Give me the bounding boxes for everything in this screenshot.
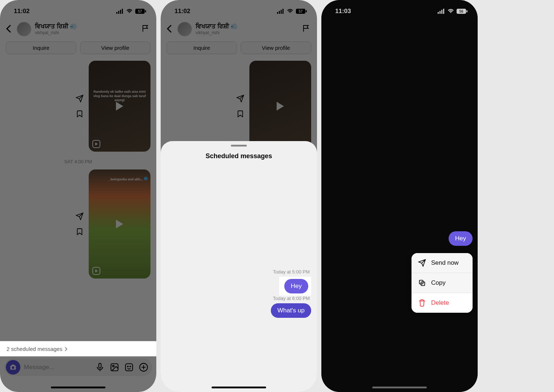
status-time: 11:03 xyxy=(335,8,351,15)
avatar[interactable] xyxy=(17,22,31,36)
status-time: 11:02 xyxy=(14,8,29,15)
back-icon[interactable] xyxy=(4,23,13,35)
reel-caption-2: _beingsuku and abh... xyxy=(109,177,143,181)
selected-message-bubble[interactable]: Hey xyxy=(449,231,473,246)
cellular-icon xyxy=(438,9,445,14)
svg-rect-0 xyxy=(116,12,117,14)
inquire-button[interactable]: Inquire xyxy=(6,41,76,54)
svg-rect-23 xyxy=(441,10,442,14)
plus-icon[interactable] xyxy=(139,363,148,372)
svg-point-12 xyxy=(130,366,131,367)
wind-emoji: 💨 xyxy=(230,23,238,29)
scheduled-banner-label: 2 scheduled messages xyxy=(7,346,62,352)
svg-rect-4 xyxy=(135,9,145,14)
scheduled-messages-sheet[interactable]: Scheduled messages Today at 5:00 PM Hey … xyxy=(161,141,317,392)
svg-rect-26 xyxy=(466,10,467,12)
svg-rect-21 xyxy=(438,12,439,14)
action-buttons: Inquire View profile xyxy=(161,39,317,56)
share-icon xyxy=(236,95,244,103)
send-now-label: Send now xyxy=(431,259,459,267)
username: vikhyat_rishi xyxy=(35,30,137,35)
reels-badge-icon xyxy=(92,140,100,148)
play-icon xyxy=(116,102,123,111)
delete-option[interactable]: Delete xyxy=(412,293,473,313)
home-indicator[interactable] xyxy=(51,387,105,388)
chat-header: ਵਿਖਯਾਤ ਰਿਸ਼ੀ 💨 vikhyat_rishi xyxy=(161,18,317,39)
battery-icon: 56 xyxy=(457,9,467,14)
message-input-bar: Message... xyxy=(4,359,152,376)
delete-label: Delete xyxy=(431,299,449,307)
svg-point-9 xyxy=(113,365,114,367)
image-icon[interactable] xyxy=(110,363,119,372)
scheduled-time-1: Today at 5:00 PM xyxy=(166,269,310,275)
action-buttons: Inquire View profile xyxy=(0,39,156,56)
back-icon[interactable] xyxy=(164,23,174,35)
message-input[interactable]: Message... xyxy=(24,364,92,371)
svg-text:57: 57 xyxy=(298,9,303,13)
view-profile-button[interactable]: View profile xyxy=(80,41,150,54)
svg-rect-7 xyxy=(99,363,101,368)
message-reel-2[interactable]: _beingsuku and abh... xyxy=(6,169,150,279)
scheduled-messages-banner[interactable]: 2 scheduled messages xyxy=(0,341,156,356)
send-now-option[interactable]: Send now xyxy=(412,253,473,273)
trash-icon xyxy=(418,299,426,307)
bookmark-icon xyxy=(236,110,244,118)
message-reel-1[interactable]: Randomly ek ladke sath aisa mini vlog ba… xyxy=(6,61,150,152)
copy-option[interactable]: Copy xyxy=(412,273,473,293)
svg-point-11 xyxy=(128,366,128,367)
chevron-right-icon xyxy=(64,347,67,351)
svg-rect-16 xyxy=(281,10,282,14)
battery-icon: 57 xyxy=(296,9,307,14)
scheduled-message-2[interactable]: What's up xyxy=(271,303,311,318)
mic-icon[interactable] xyxy=(95,363,105,372)
home-indicator[interactable] xyxy=(212,387,266,388)
wifi-icon xyxy=(287,9,293,14)
scheduled-message-1-highlight: Hey xyxy=(279,277,311,296)
scheduled-time-2: Today at 6:00 PM xyxy=(166,296,310,301)
svg-point-6 xyxy=(12,366,14,369)
svg-rect-14 xyxy=(277,12,278,14)
svg-rect-17 xyxy=(282,9,284,14)
sheet-handle[interactable] xyxy=(231,145,247,147)
inquire-button[interactable]: Inquire xyxy=(166,41,237,54)
status-time: 11:02 xyxy=(174,8,190,15)
share-icon[interactable] xyxy=(76,95,84,103)
svg-rect-18 xyxy=(296,9,305,14)
svg-rect-2 xyxy=(120,10,121,14)
bookmark-icon[interactable] xyxy=(76,110,84,118)
reels-badge-icon xyxy=(92,267,100,275)
wind-emoji: 💨 xyxy=(70,23,77,29)
flag-icon[interactable] xyxy=(141,24,150,34)
bookmark-icon[interactable] xyxy=(76,228,84,236)
wifi-icon xyxy=(447,9,454,14)
header-names[interactable]: ਵਿਖਯਾਤ ਰਿਸ਼ੀ 💨 vikhyat_rishi xyxy=(35,23,137,35)
svg-rect-24 xyxy=(443,9,444,14)
cellular-icon xyxy=(277,9,284,14)
svg-rect-22 xyxy=(439,11,441,14)
status-bar: 11:02 57 xyxy=(161,0,317,18)
flag-icon[interactable] xyxy=(302,24,310,34)
sticker-icon[interactable] xyxy=(124,363,134,372)
play-icon xyxy=(277,102,284,111)
send-icon xyxy=(418,259,426,267)
battery-text: 57 xyxy=(138,9,142,13)
home-indicator[interactable] xyxy=(372,387,427,388)
svg-rect-15 xyxy=(279,11,280,14)
messages-area[interactable]: Randomly ek ladke sath aisa mini vlog ba… xyxy=(0,56,156,283)
username: vikhyat_rishi xyxy=(196,30,298,35)
timestamp: SAT 4:00 PM xyxy=(6,159,150,164)
display-name: ਵਿਖਯਾਤ ਰਿਸ਼ੀ xyxy=(35,23,68,30)
context-menu: Send now Copy Delete xyxy=(412,253,473,313)
avatar[interactable] xyxy=(177,22,192,36)
view-profile-button[interactable]: View profile xyxy=(241,41,311,54)
share-icon[interactable] xyxy=(76,212,84,220)
camera-button[interactable] xyxy=(6,360,20,375)
status-bar: 11:02 57 xyxy=(0,0,156,18)
svg-rect-5 xyxy=(145,10,146,12)
svg-rect-8 xyxy=(111,364,118,371)
header-names[interactable]: ਵਿਖਯਾਤ ਰਿਸ਼ੀ 💨 vikhyat_rishi xyxy=(196,23,298,35)
status-icons: 57 xyxy=(116,9,146,14)
wifi-icon xyxy=(126,9,133,14)
scheduled-message-1[interactable]: Hey xyxy=(284,279,308,293)
status-icons: 56 xyxy=(438,9,467,14)
